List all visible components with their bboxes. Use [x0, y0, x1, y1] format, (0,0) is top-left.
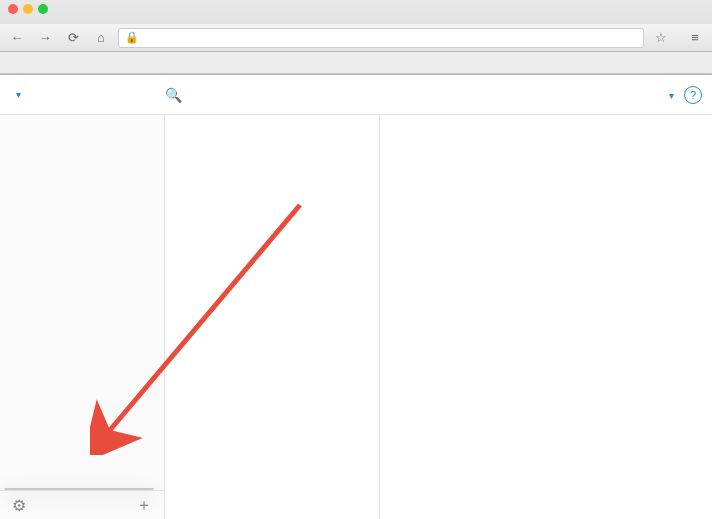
search-input[interactable] [188, 87, 348, 102]
address-bar[interactable]: 🔒 [118, 28, 644, 48]
chevron-down-icon: ▾ [16, 89, 21, 100]
forward-button[interactable]: → [34, 28, 56, 48]
gear-icon[interactable]: ⚙ [12, 496, 26, 515]
lock-icon: 🔒 [125, 31, 139, 44]
tab-strip [0, 0, 712, 24]
zoom-window-icon[interactable] [38, 4, 48, 14]
contacts-grid [380, 115, 712, 519]
menu-button[interactable]: ≡ [684, 28, 706, 48]
home-button[interactable]: ⌂ [90, 28, 112, 48]
minimize-window-icon[interactable] [23, 4, 33, 14]
browser-chrome: ← → ⟳ ⌂ 🔒 ☆ ≡ [0, 0, 712, 75]
section-dropdown[interactable]: ▾ [14, 89, 21, 100]
alpha-index[interactable] [366, 119, 376, 516]
reload-button[interactable]: ⟳ [62, 28, 84, 48]
icloud-app: ▾ 🔍 ▾ ? ⚙ ＋ [0, 75, 712, 519]
app-header: ▾ 🔍 ▾ ? [0, 75, 712, 115]
bookmarks-bar [0, 52, 712, 74]
bookmark-star-icon[interactable]: ☆ [650, 28, 672, 48]
add-button[interactable]: ＋ [136, 495, 152, 516]
contacts-list [165, 115, 380, 519]
search-icon: 🔍 [165, 87, 182, 103]
help-button[interactable]: ? [684, 86, 702, 104]
back-button[interactable]: ← [6, 28, 28, 48]
account-menu[interactable]: ▾ [669, 87, 674, 102]
window-controls [0, 0, 56, 14]
sidebar-footer: ⚙ ＋ [0, 490, 164, 519]
gear-context-menu [4, 488, 154, 490]
chevron-down-icon: ▾ [669, 90, 674, 101]
browser-toolbar: ← → ⟳ ⌂ 🔒 ☆ ≡ [0, 24, 712, 52]
sidebar: ⚙ ＋ [0, 115, 165, 519]
sidebar-item-all-contacts[interactable] [0, 115, 164, 131]
close-window-icon[interactable] [8, 4, 18, 14]
